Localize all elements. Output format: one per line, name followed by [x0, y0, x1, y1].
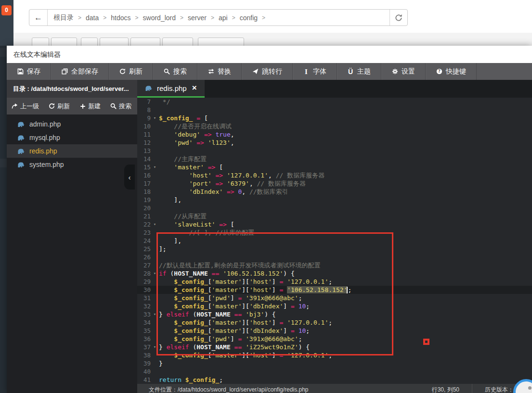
code-token: [219, 270, 223, 277]
code-token: 'bj3': [246, 311, 264, 318]
file-item-admin.php[interactable]: admin.php: [7, 117, 137, 131]
code-token: ],: [159, 196, 182, 203]
code-token: 'host': [249, 286, 272, 293]
breadcrumb-item[interactable]: api: [219, 14, 228, 22]
code-text: $_config_ = [: [159, 114, 208, 122]
up-level-button[interactable]: 上一级: [7, 102, 44, 111]
code-token: [: [227, 221, 234, 228]
goto-line-button[interactable]: 跳转行: [242, 63, 293, 80]
fold-gutter: [151, 139, 159, 147]
code-token: =>: [215, 172, 223, 179]
save-icon: [17, 68, 24, 75]
code-text: 'debug' => true,: [159, 130, 234, 139]
settings-button[interactable]: 设置: [381, 63, 426, 80]
new-file-button[interactable]: 新建: [75, 102, 105, 111]
line-number: 41: [137, 376, 151, 384]
code-token: $_config_: [174, 294, 208, 302]
code-token: [159, 188, 189, 195]
line-number: 12: [137, 139, 151, 147]
code-token: [159, 180, 189, 187]
breadcrumb-item[interactable]: server: [188, 14, 207, 22]
code-token: [: [200, 114, 208, 122]
save-button[interactable]: 保存: [7, 63, 51, 80]
code-token: [: [208, 335, 212, 342]
code-text: $_config_['pwd'] = '391x@666@abc';: [159, 294, 302, 302]
code-line-30: 30 $_config_['master']['host'] = '106.52…: [137, 286, 532, 294]
fold-arrow-icon[interactable]: ▾: [151, 163, 159, 171]
fold-gutter: [151, 253, 159, 261]
code-token: ;: [298, 335, 302, 342]
code-line-38: 38 $_config_['master']['host'] = '127.0.…: [137, 351, 532, 359]
search-button[interactable]: 搜索: [153, 63, 197, 80]
widget-dot: [528, 386, 532, 390]
refresh-icon[interactable]: [389, 10, 407, 25]
code-token: [295, 303, 298, 310]
fold-arrow-icon[interactable]: ▾: [151, 269, 159, 278]
line-number: 38: [137, 351, 151, 359]
code-token: 10: [298, 327, 306, 334]
fold-arrow-icon[interactable]: ▾: [151, 220, 159, 228]
notification-badge[interactable]: 0: [1, 5, 12, 15]
code-token: [: [208, 327, 212, 334]
file-item-system.php[interactable]: system.php: [7, 158, 137, 171]
tree-refresh-button[interactable]: 刷新: [44, 102, 75, 111]
code-token: [159, 164, 174, 171]
file-location-label[interactable]: 文件位置：/data/htdocs/sword_lord/server/api/…: [137, 386, 308, 393]
font-icon: I: [303, 68, 310, 75]
code-line-39: 39}: [137, 359, 532, 368]
code-text: 'pwd' => 'l123',: [159, 139, 234, 147]
code-token: ][: [242, 286, 249, 293]
action-label: 刷新: [57, 102, 70, 111]
breadcrumb-item[interactable]: 根目录: [53, 13, 74, 22]
code-line-13: 13: [137, 147, 532, 155]
breadcrumb-separator: >: [180, 14, 183, 21]
file-item-redis.php[interactable]: redis.php: [7, 144, 137, 158]
breadcrumb-item[interactable]: config: [240, 14, 258, 22]
back-button[interactable]: ←: [29, 10, 48, 25]
action-label: 新建: [88, 102, 101, 111]
code-token: }: [159, 311, 167, 318]
close-icon[interactable]: ×: [192, 85, 197, 91]
tab-redis-php[interactable]: redis.php ×: [137, 80, 205, 96]
code-token: ;: [348, 286, 351, 293]
save-all-button[interactable]: 全部保存: [51, 63, 109, 80]
fold-gutter: [151, 261, 159, 269]
font-button[interactable]: I字体: [293, 63, 337, 80]
code-token: '127.0.0.1': [287, 278, 328, 285]
shortcuts-button[interactable]: ?快捷键: [426, 63, 477, 80]
file-tree-panel: 目录 : /data/htdocs/sword_lord/server... 上…: [7, 80, 137, 393]
breadcrumb-item[interactable]: htdocs: [111, 14, 130, 22]
php-file-icon: [17, 162, 25, 168]
replace-button[interactable]: 替换: [197, 63, 242, 80]
code-token: 'pwd': [174, 139, 193, 146]
breadcrumb-item[interactable]: sword_lord: [143, 14, 176, 22]
code-token: [: [208, 278, 212, 285]
code-token: [: [208, 352, 212, 359]
breadcrumb-item[interactable]: data: [86, 14, 99, 22]
code-token: HOST_NAME: [174, 270, 208, 277]
line-number: 26: [137, 253, 151, 261]
replace-icon: [208, 68, 214, 75]
red-annotation-handle[interactable]: [423, 339, 429, 345]
code-text: if (HOST_NAME == '106.52.158.152') {: [159, 269, 295, 278]
tree-search-button[interactable]: 搜索: [105, 102, 136, 111]
code-token: [204, 164, 208, 171]
fold-arrow-icon[interactable]: ▾: [151, 343, 159, 351]
line-number: 28: [137, 269, 151, 278]
line-number: 16: [137, 171, 151, 179]
line-number: 35: [137, 327, 151, 335]
refresh-button[interactable]: 刷新: [109, 63, 153, 80]
fold-arrow-icon[interactable]: ▾: [151, 114, 159, 122]
code-token: [200, 131, 204, 138]
code-line-24: 24 ],: [137, 237, 532, 245]
sidebar-collapse-handle[interactable]: ‹: [124, 165, 135, 190]
line-number: 18: [137, 188, 151, 196]
toolbar-button-label: 刷新: [129, 67, 143, 76]
code-text: 'port' => '6379', // 数据库服务器: [159, 179, 306, 188]
toolbar-button-label: 保存: [27, 67, 40, 76]
theme-button[interactable]: Ü主题: [337, 63, 381, 80]
file-item-mysql.php[interactable]: mysql.php: [7, 131, 137, 144]
fold-arrow-icon[interactable]: ▾: [151, 310, 159, 318]
code-editor[interactable]: 7 */89▾$_config_ = [10 //是否开启在线调试11 'deb…: [137, 98, 532, 384]
code-token: HOST_NAME: [196, 343, 230, 351]
